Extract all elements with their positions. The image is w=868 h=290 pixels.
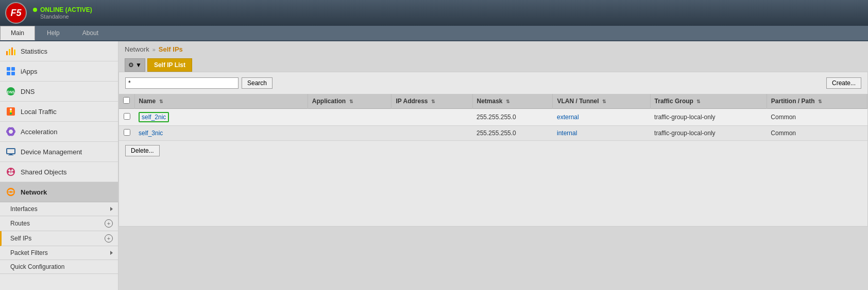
top-header: F5 ONLINE (ACTIVE) Standalone	[0, 0, 868, 26]
row2-netmask: 255.255.255.0	[472, 126, 553, 141]
svg-rect-4	[7, 67, 10, 71]
create-button[interactable]: Create...	[826, 77, 861, 89]
traffic-icon	[5, 106, 16, 117]
sidebar-item-shared-objects[interactable]: Shared Objects	[0, 162, 118, 182]
th-application: Application ⇅	[308, 94, 392, 109]
sidebar-item-device-management[interactable]: Device Management	[0, 142, 118, 162]
ip-sort-icon[interactable]: ⇅	[431, 99, 435, 104]
sidebar: Statistics iApps DNS DNS Local Traffic	[0, 41, 118, 290]
interfaces-chevron	[110, 207, 113, 211]
sidebar-item-local-traffic-label: Local Traffic	[21, 108, 57, 116]
sidebar-item-shared-objects-label: Shared Objects	[21, 168, 67, 176]
gear-button[interactable]: ⚙ ▼	[125, 58, 145, 72]
partition-sort-icon[interactable]: ⇅	[818, 99, 822, 104]
svg-rect-0	[6, 51, 8, 55]
circle-plus-selfips-icon[interactable]: +	[105, 234, 113, 243]
dns-icon: DNS	[5, 86, 16, 97]
application-sort-icon[interactable]: ⇅	[349, 99, 353, 104]
delete-button[interactable]: Delete...	[125, 145, 160, 156]
sidebar-section-network-label: Network	[21, 188, 47, 196]
sidebar-item-statistics-label: Statistics	[21, 47, 47, 55]
sidebar-item-packet-filters[interactable]: Packet Filters	[0, 246, 118, 260]
svg-rect-7	[11, 72, 15, 75]
svg-rect-6	[7, 72, 10, 75]
sidebar-item-local-traffic[interactable]: Local Traffic	[0, 102, 118, 122]
nav-tab-help[interactable]: Help	[36, 26, 71, 40]
th-name: Name ⇅	[134, 94, 308, 109]
row2-partition: Common	[767, 126, 867, 141]
select-all-checkbox[interactable]	[123, 97, 130, 104]
sidebar-item-dns-label: DNS	[21, 88, 35, 95]
row1-application	[308, 109, 392, 126]
row2-ip-address	[392, 126, 472, 141]
status-online: ONLINE (ACTIVE)	[33, 6, 92, 13]
breadcrumb-current: Self IPs	[159, 45, 183, 53]
search-input[interactable]	[125, 77, 239, 89]
traffic-sort-icon[interactable]: ⇅	[696, 99, 701, 104]
row2-application	[308, 126, 392, 141]
th-vlan-tunnel: VLAN / Tunnel ⇅	[553, 94, 650, 109]
breadcrumb: Network » Self IPs	[118, 41, 868, 57]
svg-point-13	[10, 112, 12, 115]
svg-point-11	[10, 108, 12, 110]
svg-point-12	[10, 110, 12, 112]
svg-rect-19	[8, 155, 13, 155]
svg-rect-5	[11, 67, 15, 71]
search-button[interactable]: Search	[242, 77, 273, 89]
network-icon	[5, 186, 16, 198]
sidebar-item-statistics[interactable]: Statistics	[0, 41, 118, 61]
sidebar-item-dns[interactable]: DNS DNS	[0, 82, 118, 102]
sidebar-item-routes[interactable]: Routes +	[0, 216, 118, 231]
row1-vlan-link[interactable]: external	[557, 114, 579, 121]
vlan-sort-icon[interactable]: ⇅	[602, 99, 606, 104]
sidebar-item-device-management-label: Device Management	[21, 148, 82, 156]
svg-rect-18	[9, 154, 12, 155]
f5-logo: F5	[5, 2, 27, 24]
status-standalone: Standalone	[40, 13, 92, 20]
shared-icon	[5, 166, 16, 178]
breadcrumb-arrow: »	[152, 46, 156, 53]
row1-partition: Common	[767, 109, 867, 126]
row2-vlan: internal	[553, 126, 650, 141]
sidebar-item-self-ips[interactable]: Self IPs +	[0, 231, 118, 246]
nav-tab-about[interactable]: About	[72, 26, 109, 40]
search-bar: Search Create...	[119, 72, 867, 94]
row2-vlan-link[interactable]: internal	[557, 130, 577, 137]
main-layout: Statistics iApps DNS DNS Local Traffic	[0, 41, 868, 290]
row1-name-link[interactable]: self_2nic	[142, 114, 166, 121]
circle-plus-icon[interactable]: +	[105, 219, 113, 228]
netmask-sort-icon[interactable]: ⇅	[506, 99, 510, 104]
device-icon	[5, 146, 16, 157]
iapps-icon	[5, 66, 16, 77]
sidebar-item-interfaces[interactable]: Interfaces	[0, 202, 118, 216]
sidebar-item-iapps[interactable]: iApps	[0, 61, 118, 82]
table-row: self_2nic 255.255.255.0 external traffic…	[119, 109, 867, 126]
svg-rect-2	[11, 47, 13, 55]
svg-rect-3	[14, 50, 15, 55]
packet-filters-chevron	[110, 251, 113, 255]
tab-self-ip-list[interactable]: Self IP List	[147, 58, 192, 72]
th-netmask: Netmask ⇅	[472, 94, 553, 109]
svg-point-21	[7, 171, 9, 173]
content-panel: Search Create... Name ⇅ Appl	[118, 72, 868, 227]
chevron-right-icon	[110, 207, 113, 211]
breadcrumb-network: Network	[125, 45, 149, 53]
row1-checkbox[interactable]	[124, 113, 130, 120]
row2-checkbox[interactable]	[124, 129, 130, 136]
sidebar-item-quick-configuration[interactable]: Quick Configuration	[0, 260, 118, 274]
row2-name: self_3nic	[134, 126, 308, 141]
name-sort-icon[interactable]: ⇅	[159, 99, 163, 104]
nav-tab-main[interactable]: Main	[0, 26, 35, 40]
nav-tabs: Main Help About	[0, 26, 868, 41]
th-ip-address: IP Address ⇅	[392, 94, 472, 109]
self-ips-plus: +	[105, 234, 113, 243]
gear-icon: ⚙	[128, 61, 134, 69]
svg-rect-1	[9, 49, 10, 55]
svg-rect-17	[7, 149, 15, 154]
row2-checkbox-cell	[119, 126, 134, 141]
th-checkbox	[119, 94, 134, 109]
sidebar-item-acceleration[interactable]: Acceleration	[0, 122, 118, 142]
row2-name-link[interactable]: self_3nic	[139, 130, 163, 137]
row1-vlan: external	[553, 109, 650, 126]
dropdown-arrow-icon: ▼	[135, 61, 142, 69]
